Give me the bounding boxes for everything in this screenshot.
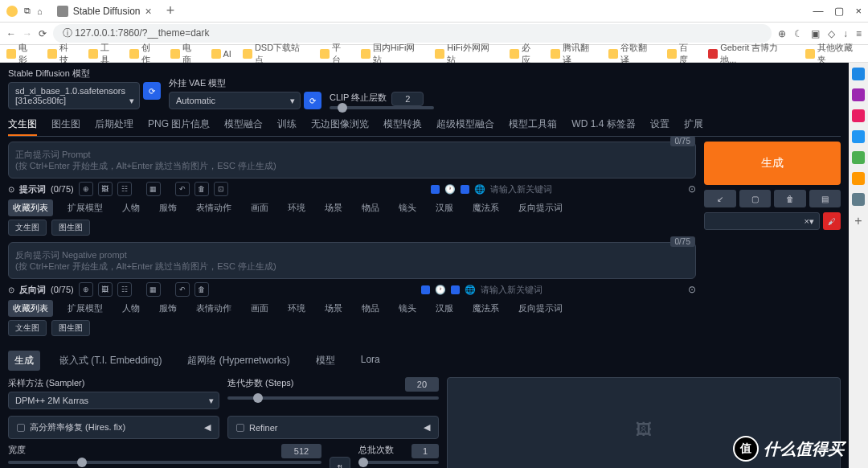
subtab-ti[interactable]: 嵌入式 (T.I. Embedding) bbox=[53, 351, 168, 371]
cat-fav[interactable]: 收藏列表 bbox=[8, 199, 53, 216]
bookmark-item[interactable]: DSD下载站点 bbox=[243, 42, 309, 66]
neg-keyword-input[interactable]: 请输入新关键词 bbox=[481, 284, 683, 296]
ncat-env[interactable]: 环境 bbox=[283, 300, 310, 317]
lang-icon[interactable]: 🌐 bbox=[465, 285, 476, 295]
maximize-icon[interactable]: ▢ bbox=[834, 5, 844, 17]
lang-icon[interactable]: 🌐 bbox=[474, 184, 485, 195]
tab-convert[interactable]: 模型转换 bbox=[383, 114, 422, 136]
browser-tab[interactable]: Stable Diffusion × bbox=[49, 2, 160, 21]
tab-extras[interactable]: 后期处理 bbox=[95, 114, 133, 136]
ncat-obj[interactable]: 物品 bbox=[357, 300, 384, 317]
brush-button[interactable]: 🖌 bbox=[823, 212, 841, 230]
action-book[interactable]: ▤ bbox=[809, 190, 841, 207]
tab-supermerge[interactable]: 超级模型融合 bbox=[436, 114, 494, 136]
bookmark-item[interactable]: 电商 bbox=[170, 42, 200, 66]
pill-i2i[interactable]: 图生图 bbox=[51, 220, 90, 236]
ncat-scene[interactable]: 画面 bbox=[246, 300, 273, 317]
side-icon-6[interactable] bbox=[852, 172, 865, 185]
tab-merge[interactable]: 模型融合 bbox=[224, 114, 263, 136]
nbtn-1[interactable]: ⊕ bbox=[79, 282, 93, 297]
neg-prompt-textarea[interactable]: 0/75 反向提示词 Negative prompt (按 Ctrl+Enter… bbox=[8, 242, 696, 279]
bookmark-item[interactable]: 平台 bbox=[320, 42, 350, 66]
bookmark-item[interactable]: 谷歌翻译 bbox=[608, 42, 656, 66]
width-slider[interactable] bbox=[8, 461, 321, 464]
tab-browser[interactable]: 无边图像浏览 bbox=[311, 114, 369, 136]
cat-hanfu[interactable]: 汉服 bbox=[431, 199, 458, 216]
action-trash[interactable]: 🗑 bbox=[774, 190, 806, 207]
side-icon-5[interactable] bbox=[852, 151, 865, 164]
ncat-person[interactable]: 人物 bbox=[117, 300, 145, 317]
styles-select[interactable]: × ▾ bbox=[704, 212, 820, 230]
tab-txt2img[interactable]: 文生图 bbox=[8, 114, 37, 136]
btn-2[interactable]: 🖽 bbox=[98, 182, 113, 196]
clock-icon[interactable]: 🕐 bbox=[444, 184, 456, 195]
close-window-icon[interactable]: × bbox=[855, 5, 862, 17]
checkbox-2[interactable] bbox=[461, 185, 469, 194]
clock-icon[interactable]: 🕐 bbox=[435, 285, 446, 295]
close-tab-icon[interactable]: × bbox=[145, 5, 152, 18]
action-clip[interactable]: ▢ bbox=[739, 190, 772, 207]
address-bar[interactable]: ⓘ 127.0.0.1:7860/?__theme=dark bbox=[53, 24, 772, 43]
menu-icon[interactable]: ≡ bbox=[856, 28, 862, 39]
refresh-model-button[interactable]: ⟳ bbox=[143, 82, 161, 100]
keyword-input[interactable]: 请输入新关键词 bbox=[490, 183, 683, 195]
cat-cloth[interactable]: 服饰 bbox=[154, 199, 182, 216]
steps-slider[interactable] bbox=[227, 396, 439, 400]
bookmark-item[interactable]: 必应 bbox=[510, 42, 539, 66]
btn-4[interactable]: ▦ bbox=[146, 182, 161, 196]
ncat-expr[interactable]: 表情动作 bbox=[191, 300, 236, 317]
hires-checkbox[interactable] bbox=[17, 424, 25, 432]
bookmark-item[interactable]: HiFi外网网站 bbox=[435, 42, 497, 66]
side-icon-1[interactable] bbox=[852, 68, 865, 80]
download-icon[interactable]: ↓ bbox=[843, 28, 848, 39]
vae-select[interactable]: Automatic bbox=[169, 92, 301, 109]
cat-env[interactable]: 环境 bbox=[283, 199, 310, 216]
ncat-cloth[interactable]: 服饰 bbox=[154, 300, 182, 317]
forward-icon[interactable]: → bbox=[23, 28, 32, 39]
hires-accordion[interactable]: 高分辨率修复 (Hires. fix) ◀ bbox=[8, 416, 219, 439]
tab-pnginfo[interactable]: PNG 图片信息 bbox=[148, 114, 210, 136]
bookmark-item[interactable]: 工具 bbox=[88, 42, 118, 66]
minimize-icon[interactable]: — bbox=[813, 5, 823, 17]
cat-set[interactable]: 场景 bbox=[320, 199, 347, 216]
ncat-fav[interactable]: 收藏列表 bbox=[8, 300, 53, 317]
clip-skip-slider[interactable] bbox=[330, 106, 434, 109]
btn-6[interactable]: 🗑 bbox=[194, 182, 209, 196]
new-tab-button[interactable]: + bbox=[166, 2, 175, 19]
reader-icon[interactable]: ☾ bbox=[794, 28, 803, 39]
action-arrow[interactable]: ↙ bbox=[704, 190, 736, 207]
btn-5[interactable]: ↶ bbox=[175, 182, 190, 196]
nbtn-4[interactable]: ▦ bbox=[146, 282, 161, 297]
expand-icon[interactable]: ⊙ bbox=[688, 183, 696, 195]
cat-neg[interactable]: 反向提示词 bbox=[514, 199, 567, 216]
bookmark-item[interactable]: 腾讯翻译 bbox=[551, 42, 598, 66]
nbtn-5[interactable]: ↶ bbox=[175, 282, 190, 297]
ext1-icon[interactable]: ▣ bbox=[811, 28, 820, 39]
ext2-icon[interactable]: ◇ bbox=[828, 28, 835, 39]
swap-wh-button[interactable]: ⇅ bbox=[330, 457, 350, 468]
clip-skip-value[interactable]: 2 bbox=[391, 92, 424, 106]
tab-extensions[interactable]: 扩展 bbox=[684, 114, 703, 136]
bookmark-item[interactable]: 创作 bbox=[129, 42, 159, 66]
home-icon[interactable]: ⌂ bbox=[37, 6, 43, 16]
npill-i2i[interactable]: 图生图 bbox=[51, 320, 90, 336]
profile-icon[interactable] bbox=[6, 6, 18, 17]
refiner-accordion[interactable]: Refiner ◀ bbox=[227, 416, 439, 439]
prompt-textarea[interactable]: 0/75 正向提示词 Prompt (按 Ctrl+Enter 开始生成，Alt… bbox=[8, 142, 696, 179]
nbtn-6[interactable]: 🗑 bbox=[194, 282, 209, 297]
cat-expr[interactable]: 表情动作 bbox=[191, 199, 236, 216]
btn-1[interactable]: ⊕ bbox=[79, 182, 93, 196]
batch-count-value[interactable]: 1 bbox=[411, 444, 439, 458]
bookmark-other[interactable]: 其他收藏夹 bbox=[805, 42, 862, 66]
reload-icon[interactable]: ⟳ bbox=[39, 28, 47, 39]
subtab-gen[interactable]: 生成 bbox=[8, 351, 40, 371]
btn-3[interactable]: ☷ bbox=[117, 182, 132, 196]
checkbox-1[interactable] bbox=[431, 185, 440, 194]
ncat-magic[interactable]: 魔法系 bbox=[468, 300, 504, 317]
steps-value[interactable]: 20 bbox=[405, 377, 439, 392]
cat-lens[interactable]: 镜头 bbox=[394, 199, 421, 216]
cat-scene[interactable]: 画面 bbox=[246, 199, 273, 216]
bookmark-item[interactable]: 电影 bbox=[6, 42, 36, 66]
nbtn-3[interactable]: ☷ bbox=[117, 282, 132, 297]
sampler-select[interactable]: DPM++ 2M Karras bbox=[8, 392, 219, 409]
